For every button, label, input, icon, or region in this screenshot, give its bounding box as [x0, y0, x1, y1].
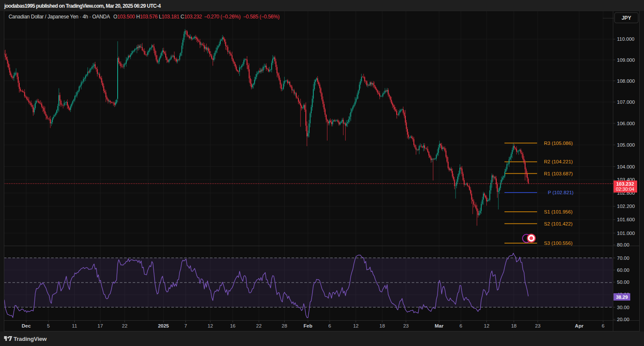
svg-text:108.000: 108.000	[617, 78, 635, 84]
svg-text:Dec: Dec	[21, 323, 31, 328]
svg-text:107.000: 107.000	[617, 99, 635, 105]
svg-text:28: 28	[282, 323, 287, 328]
svg-text:105.000: 105.000	[617, 142, 635, 147]
svg-text:38.29: 38.29	[616, 295, 628, 300]
svg-text:R2 (104.221): R2 (104.221)	[544, 159, 573, 164]
svg-text:12: 12	[484, 323, 489, 328]
svg-text:70.00: 70.00	[617, 256, 629, 261]
svg-text:80.00: 80.00	[617, 242, 629, 247]
svg-text:7: 7	[184, 323, 187, 328]
svg-text:18: 18	[511, 323, 516, 328]
svg-text:104.000: 104.000	[617, 164, 635, 169]
svg-text:106.000: 106.000	[617, 121, 635, 126]
svg-text:S2 (101.422): S2 (101.422)	[544, 221, 573, 226]
svg-text:23: 23	[535, 323, 541, 328]
svg-text:12: 12	[207, 323, 213, 328]
svg-text:Canadian Dollar / Japanese Yen: Canadian Dollar / Japanese Yen · 4h · OA…	[9, 14, 279, 20]
svg-text:102.200: 102.200	[617, 204, 635, 209]
svg-text:6: 6	[602, 323, 605, 328]
svg-text:11: 11	[72, 323, 77, 328]
svg-text:joodabas1995 published on Trad: joodabas1995 published on TradingView.co…	[4, 3, 161, 9]
svg-text:60.00: 60.00	[617, 268, 629, 273]
svg-text:TradingView: TradingView	[14, 336, 47, 342]
svg-text:101.600: 101.600	[617, 217, 635, 222]
svg-text:110.000: 110.000	[617, 36, 635, 42]
svg-text:50.00: 50.00	[617, 280, 629, 285]
svg-text:20.00: 20.00	[617, 317, 629, 322]
svg-text:30.00: 30.00	[617, 305, 629, 310]
svg-text:101.000: 101.000	[617, 231, 635, 236]
svg-text:P (102.821): P (102.821)	[548, 190, 574, 195]
svg-text:Feb: Feb	[304, 323, 312, 328]
svg-text:6: 6	[459, 323, 462, 328]
svg-text:22: 22	[122, 323, 128, 328]
svg-text:109.000: 109.000	[617, 57, 635, 63]
svg-text:S1 (101.956): S1 (101.956)	[544, 209, 573, 214]
svg-text:R1 (103.687): R1 (103.687)	[544, 171, 573, 176]
svg-text:R3 (105.086): R3 (105.086)	[544, 141, 573, 146]
svg-text:JPY: JPY	[622, 15, 632, 21]
svg-text:12: 12	[353, 323, 358, 328]
svg-text:Mar: Mar	[434, 323, 444, 328]
svg-text:02:30:04: 02:30:04	[616, 187, 635, 192]
svg-text:16: 16	[230, 323, 236, 328]
svg-text:23: 23	[403, 323, 409, 328]
svg-text:Apr: Apr	[575, 323, 583, 328]
svg-text:S3 (100.556): S3 (100.556)	[544, 241, 573, 246]
svg-text:103.232: 103.232	[616, 181, 634, 187]
svg-text:22: 22	[256, 323, 262, 328]
svg-text:6: 6	[328, 323, 331, 328]
svg-text:2025: 2025	[158, 323, 169, 328]
svg-text:18: 18	[380, 323, 385, 328]
svg-text:5: 5	[47, 323, 49, 328]
svg-text:17: 17	[97, 323, 103, 328]
